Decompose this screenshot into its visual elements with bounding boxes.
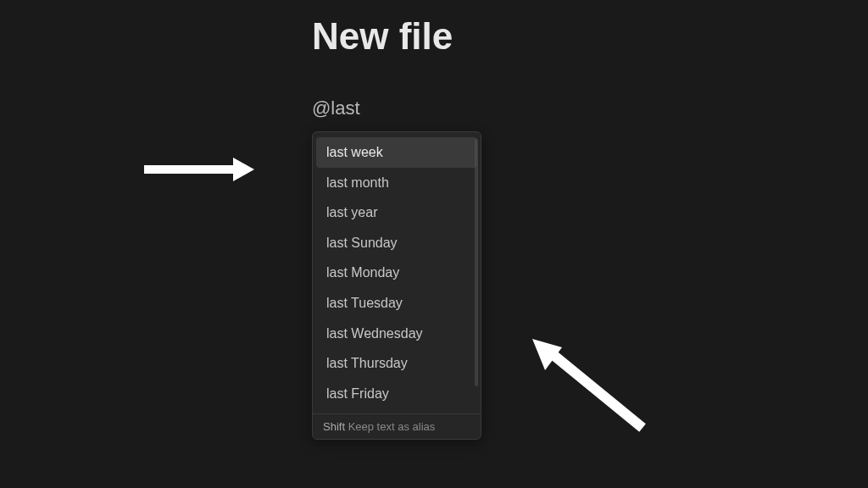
annotation-arrow-left	[136, 152, 254, 190]
footer-hint: Keep text as alias	[348, 420, 436, 433]
footer-key: Shift	[323, 420, 345, 433]
query-text[interactable]: @last	[312, 97, 360, 119]
page-title: New file	[312, 15, 453, 58]
svg-marker-1	[233, 158, 254, 181]
suggestion-item[interactable]: last year	[316, 197, 477, 228]
suggestion-item[interactable]: last Sunday	[316, 228, 477, 258]
annotation-arrow-right	[524, 335, 651, 440]
scrollbar[interactable]	[475, 139, 478, 386]
suggestion-item[interactable]: last month	[316, 168, 477, 198]
suggestion-item[interactable]: last week	[316, 137, 477, 168]
suggestion-item[interactable]: last Tuesday	[316, 288, 477, 319]
popup-footer: Shift Keep text as alias	[313, 413, 481, 439]
suggestion-item[interactable]: last Monday	[316, 258, 477, 288]
suggestion-item[interactable]: last Thursday	[316, 348, 477, 379]
suggestion-popup: last weeklast monthlast yearlast Sundayl…	[312, 131, 481, 440]
suggestion-item[interactable]: last Wednesday	[316, 319, 477, 349]
suggestion-list: last weeklast monthlast yearlast Sundayl…	[313, 132, 481, 413]
svg-line-2	[549, 352, 643, 428]
suggestion-item[interactable]: last Friday	[316, 379, 477, 409]
